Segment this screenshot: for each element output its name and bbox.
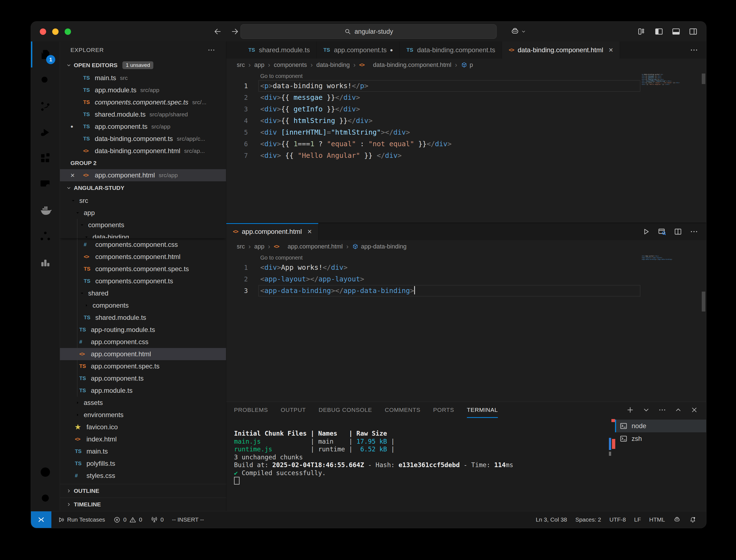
tree-item-components[interactable]: components (60, 219, 226, 231)
layout-sidebar-right-icon[interactable] (688, 27, 698, 36)
breadcrumb[interactable]: src›app›components›data-binding›<>data-b… (226, 59, 706, 71)
minimap[interactable]: <p>data-binding works!</p><div>{{ messga… (641, 74, 700, 115)
command-center-search[interactable]: angular-study (241, 24, 497, 39)
chevron-up-icon[interactable] (674, 406, 682, 414)
tab-shared.module.ts[interactable]: TSshared.module.ts (242, 41, 317, 59)
open-editor-data-binding.component.ts[interactable]: TSdata-binding.component.tssrc/app/c... (60, 133, 226, 145)
copilot-icon[interactable] (510, 27, 520, 36)
activity-search-icon[interactable] (31, 67, 60, 93)
status-notifications[interactable] (685, 511, 701, 528)
breadcrumb-item[interactable]: src (237, 243, 245, 250)
panel-tab-COMMENTS[interactable]: COMMENTS (385, 402, 420, 418)
tree-item-app.component.ts[interactable]: TSapp.component.ts (60, 372, 226, 384)
breadcrumb-item[interactable]: <>app.component.html (274, 243, 343, 250)
scrollbar-thumb[interactable] (702, 74, 705, 84)
open-editor-app.module.ts[interactable]: TSapp.module.tssrc/app (60, 84, 226, 96)
status-language-mode[interactable]: HTML (645, 511, 669, 528)
status-ports-forwarded[interactable]: 0 (146, 511, 168, 528)
panel-tab-OUTPUT[interactable]: OUTPUT (281, 402, 306, 418)
tree-item-environments[interactable]: environments (60, 409, 226, 421)
close-icon[interactable]: × (70, 171, 83, 180)
zoom-window-button[interactable] (65, 28, 71, 35)
tree-item-index.html[interactable]: <>index.html (60, 433, 226, 445)
tree-item-components[interactable]: components (60, 299, 226, 312)
project-root-header[interactable]: ANGULAR-STUDY (60, 181, 226, 195)
breadcrumb-item[interactable]: src (237, 61, 245, 69)
open-editor-app.component.ts[interactable]: ●TSapp.component.tssrc/app (60, 121, 226, 133)
breadcrumb[interactable]: src›app›<>app.component.html›app-data-bi… (226, 240, 706, 253)
status-problems[interactable]: 00 (109, 511, 146, 528)
activity-extensions-icon[interactable] (31, 145, 60, 171)
navigate-forward-icon[interactable] (231, 27, 239, 36)
tab-app.component.ts[interactable]: TSapp.component.ts● (317, 41, 400, 59)
terminal-instance-node[interactable]: node (615, 420, 706, 432)
terminal-output[interactable]: Initial Chunk Files | Names | Raw Sizema… (226, 418, 609, 511)
panel-tab-PROBLEMS[interactable]: PROBLEMS (234, 402, 268, 418)
panel-tab-PORTS[interactable]: PORTS (433, 402, 454, 418)
tree-item-app.component.spec.ts[interactable]: TSapp.component.spec.ts (60, 360, 226, 372)
tab-data-binding.component.html[interactable]: <>data-binding.component.html× (502, 41, 620, 59)
code-editor[interactable]: Go to component1<p>data-binding works!</… (226, 71, 706, 223)
open-editor-data-binding.component.html[interactable]: <>data-binding.component.htmlsrc/ap... (60, 145, 226, 157)
breadcrumb-item[interactable]: <>data-binding.component.html (359, 61, 451, 69)
layout-sidebar-left-icon[interactable] (654, 27, 664, 36)
tree-item-main.ts[interactable]: TSmain.ts (60, 445, 226, 457)
close-tab-icon[interactable]: × (308, 228, 312, 235)
chevron-down-icon[interactable] (642, 406, 650, 414)
close-tab-icon[interactable]: × (609, 46, 613, 54)
status-cursor-position[interactable]: Ln 3, Col 38 (531, 511, 571, 528)
kebab-icon[interactable] (690, 227, 698, 236)
tree-item-app.module.ts[interactable]: TSapp.module.ts (60, 384, 226, 397)
code-editor[interactable]: Go to component1<div>App works!</div>2<a… (226, 253, 706, 402)
close-window-button[interactable] (40, 28, 46, 35)
tree-item-components.component.spec.ts[interactable]: TScomponents.component.spec.ts (60, 263, 226, 275)
activity-run-debug-icon[interactable] (31, 119, 60, 145)
terminal-instance-zsh[interactable]: zsh (615, 432, 706, 445)
activity-remote-explorer-icon[interactable] (31, 171, 60, 197)
status-run-testcases[interactable]: Run Testcases (53, 511, 109, 528)
views-and-more-actions-icon[interactable] (207, 46, 216, 54)
customize-layout-icon[interactable] (637, 27, 646, 36)
breadcrumb-item[interactable]: p (461, 61, 473, 69)
tree-item-components.component.html[interactable]: <>components.component.html (60, 251, 226, 263)
activity-account-icon[interactable] (31, 459, 60, 485)
play-icon[interactable] (641, 227, 650, 236)
breadcrumb-item[interactable]: components (274, 61, 307, 69)
close-icon[interactable] (690, 406, 698, 414)
tree-item-polyfills.ts[interactable]: TSpolyfills.ts (60, 457, 226, 470)
panel-tab-DEBUG CONSOLE[interactable]: DEBUG CONSOLE (319, 402, 372, 418)
tree-item-styles.css[interactable]: #styles.css (60, 470, 226, 482)
split-editor-icon[interactable] (674, 227, 682, 236)
activity-settings-gear-icon[interactable] (31, 485, 60, 511)
panel-tab-TERMINAL[interactable]: TERMINAL (467, 402, 498, 418)
breadcrumb-item[interactable]: app (254, 61, 265, 69)
preview-icon[interactable] (658, 227, 666, 236)
activity-docker-icon[interactable] (31, 197, 60, 223)
tree-item-assets[interactable]: assets (60, 397, 226, 409)
remote-indicator[interactable] (31, 511, 51, 528)
tree-item-data-binding[interactable]: data-binding (60, 231, 226, 239)
activity-source-control-icon[interactable] (31, 93, 60, 119)
chevron-down-icon[interactable] (521, 29, 526, 34)
open-editor-main.ts[interactable]: TSmain.tssrc (60, 72, 226, 84)
open-editor-shared.module.ts[interactable]: TSshared.module.tssrc/app/shared (60, 108, 226, 121)
tree-item-components.component.ts[interactable]: TScomponents.component.ts (60, 275, 226, 287)
status-encoding[interactable]: UTF-8 (605, 511, 630, 528)
minimize-window-button[interactable] (52, 28, 59, 35)
outline-section[interactable]: OUTLINE (60, 484, 226, 498)
status-copilot-status[interactable] (669, 511, 685, 528)
activity-network-icon[interactable] (31, 223, 60, 249)
tab-app.component.html[interactable]: <>app.component.html× (226, 223, 319, 240)
tab-data-binding.component.ts[interactable]: TSdata-binding.component.ts (400, 41, 502, 59)
plus-icon[interactable] (626, 406, 634, 414)
tree-item-shared[interactable]: shared (60, 287, 226, 299)
status-eol[interactable]: LF (630, 511, 645, 528)
codelens-link[interactable]: Go to component (260, 253, 706, 262)
minimap[interactable]: <div>App works!</div><app-layout></app-l… (641, 255, 700, 297)
navigate-back-icon[interactable] (213, 27, 222, 36)
tree-item-components.component.css[interactable]: #components.component.css (60, 239, 226, 251)
tree-item-app-routing.module.ts[interactable]: TSapp-routing.module.ts (60, 324, 226, 336)
timeline-section[interactable]: TIMELINE (60, 498, 226, 511)
layout-panel-icon[interactable] (671, 27, 681, 36)
activity-chart-icon[interactable] (31, 249, 60, 275)
